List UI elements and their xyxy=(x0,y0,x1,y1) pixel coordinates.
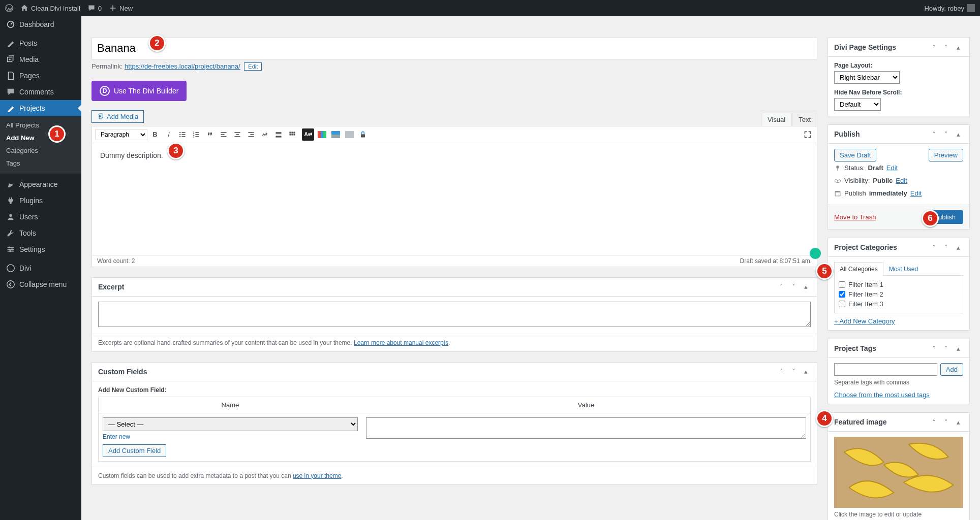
blockquote-button[interactable] xyxy=(204,128,216,141)
move-down-icon[interactable]: ˅ xyxy=(788,367,799,377)
sidebar-sub-all-projects[interactable]: All Projects xyxy=(0,119,81,132)
move-down-icon[interactable]: ˅ xyxy=(788,282,799,292)
tab-visual[interactable]: Visual xyxy=(761,113,792,126)
custom-fields-title: Custom Fields xyxy=(98,368,147,376)
site-name-link[interactable]: Clean Divi Install xyxy=(20,4,80,12)
move-up-icon[interactable]: ˄ xyxy=(929,42,939,52)
account-link[interactable]: Howdy, robey xyxy=(924,4,975,12)
toolbar-toggle-button[interactable] xyxy=(286,128,298,141)
insert-more-button[interactable] xyxy=(272,128,285,141)
edit-publish-date-link[interactable]: Edit xyxy=(910,189,922,197)
sidebar-item-divi[interactable]: Divi xyxy=(0,260,81,276)
align-center-button[interactable] xyxy=(231,128,243,141)
category-item[interactable]: Filter Item 3 xyxy=(839,299,959,309)
move-down-icon[interactable]: ˅ xyxy=(941,343,951,353)
color-swatch-3[interactable] xyxy=(343,128,355,141)
sidebar-item-comments[interactable]: Comments xyxy=(0,84,81,100)
align-left-button[interactable] xyxy=(218,128,230,141)
move-up-icon[interactable]: ˄ xyxy=(776,282,786,292)
fullscreen-button[interactable] xyxy=(802,128,814,141)
cf-hint-link[interactable]: use in your theme xyxy=(293,472,341,479)
hide-nav-select[interactable]: Default xyxy=(834,98,881,111)
wp-logo[interactable] xyxy=(5,4,13,12)
sidebar-collapse[interactable]: Collapse menu xyxy=(0,276,81,292)
sidebar-item-plugins[interactable]: Plugins xyxy=(0,192,81,209)
move-up-icon[interactable]: ˄ xyxy=(929,417,939,427)
toggle-icon[interactable]: ▴ xyxy=(953,129,963,139)
color-swatch-2[interactable] xyxy=(329,128,342,141)
sidebar-item-settings[interactable]: Settings xyxy=(0,241,81,257)
excerpt-learn-more-link[interactable]: Learn more about manual excerpts xyxy=(354,339,448,346)
sidebar-sub-add-new[interactable]: Add New xyxy=(0,132,81,144)
permalink-url[interactable]: https://de-freebies.local/project/banana… xyxy=(125,62,240,70)
move-up-icon[interactable]: ˄ xyxy=(929,129,939,139)
move-up-icon[interactable]: ˄ xyxy=(776,367,786,377)
sidebar-item-projects[interactable]: Projects xyxy=(0,100,81,116)
sidebar-item-dashboard[interactable]: Dashboard xyxy=(0,16,81,32)
cf-add-button[interactable]: Add Custom Field xyxy=(103,444,166,457)
toggle-icon[interactable]: ▴ xyxy=(801,282,811,292)
move-to-trash-link[interactable]: Move to Trash xyxy=(834,213,876,221)
edit-visibility-link[interactable]: Edit xyxy=(896,177,907,184)
move-up-icon[interactable]: ˄ xyxy=(929,343,939,353)
tab-most-used[interactable]: Most Used xyxy=(883,262,924,276)
edit-slug-button[interactable]: Edit xyxy=(244,62,262,71)
sidebar-sub-categories[interactable]: Categories xyxy=(0,144,81,157)
featured-image-thumbnail[interactable] xyxy=(834,437,963,508)
tab-text[interactable]: Text xyxy=(792,113,817,126)
excerpt-textarea[interactable] xyxy=(98,302,811,327)
move-down-icon[interactable]: ˅ xyxy=(941,129,951,139)
cf-name-select[interactable]: — Select — xyxy=(103,417,358,431)
publish-box: Publish ˄˅▴ Save Draft Preview Status: D… xyxy=(828,124,970,230)
editor-content-area[interactable]: Dummy description. 3 xyxy=(92,143,817,255)
add-tag-button[interactable]: Add xyxy=(940,363,963,376)
sidebar-item-media[interactable]: Media xyxy=(0,51,81,68)
toggle-icon[interactable]: ▴ xyxy=(801,367,811,377)
lock-button[interactable] xyxy=(357,128,369,141)
link-button[interactable] xyxy=(259,128,271,141)
color-swatch-1[interactable] xyxy=(316,128,328,141)
contrast-button[interactable]: A⇄ xyxy=(302,128,314,141)
cf-value-textarea[interactable] xyxy=(366,417,806,439)
svg-rect-43 xyxy=(361,134,365,137)
preview-button[interactable]: Preview xyxy=(929,149,963,161)
sidebar-item-tools[interactable]: Tools xyxy=(0,225,81,241)
category-item[interactable]: Filter Item 1 xyxy=(839,280,959,289)
bold-button[interactable]: B xyxy=(149,128,161,141)
toggle-icon[interactable]: ▴ xyxy=(953,242,963,252)
align-right-button[interactable] xyxy=(245,128,257,141)
divi-builder-button[interactable]: D Use The Divi Builder xyxy=(91,81,187,101)
move-up-icon[interactable]: ˄ xyxy=(929,242,939,252)
page-layout-select[interactable]: Right Sidebar xyxy=(834,71,900,84)
category-checkbox[interactable] xyxy=(839,281,845,288)
sidebar-item-appearance[interactable]: Appearance xyxy=(0,176,81,192)
edit-status-link[interactable]: Edit xyxy=(886,164,898,172)
toggle-icon[interactable]: ▴ xyxy=(953,417,963,427)
italic-button[interactable]: I xyxy=(163,128,175,141)
move-down-icon[interactable]: ˅ xyxy=(941,42,951,52)
bullet-list-button[interactable] xyxy=(176,128,189,141)
sidebar-item-pages[interactable]: Pages xyxy=(0,68,81,84)
comments-link[interactable]: 0 xyxy=(87,4,102,12)
move-down-icon[interactable]: ˅ xyxy=(941,242,951,252)
cf-enter-new-link[interactable]: Enter new xyxy=(103,433,130,440)
block-format-select[interactable]: Paragraph xyxy=(95,129,147,140)
sidebar-sub-tags[interactable]: Tags xyxy=(0,157,81,170)
toggle-icon[interactable]: ▴ xyxy=(953,42,963,52)
tab-all-categories[interactable]: All Categories xyxy=(834,262,883,276)
category-item[interactable]: Filter Item 2 xyxy=(839,289,959,299)
toggle-icon[interactable]: ▴ xyxy=(953,343,963,353)
category-checkbox[interactable] xyxy=(839,301,845,307)
add-media-button[interactable]: Add Media xyxy=(91,110,144,123)
add-new-category-link[interactable]: + Add New Category xyxy=(834,317,895,325)
save-draft-button[interactable]: Save Draft xyxy=(834,149,876,161)
new-content-link[interactable]: New xyxy=(109,4,133,12)
post-title-input[interactable] xyxy=(91,38,817,59)
numbered-list-button[interactable]: 123 xyxy=(190,128,202,141)
sidebar-item-users[interactable]: Users xyxy=(0,209,81,225)
choose-tags-link[interactable]: Choose from the most used tags xyxy=(834,391,930,399)
tags-input[interactable] xyxy=(834,363,937,376)
sidebar-item-posts[interactable]: Posts xyxy=(0,35,81,51)
category-checkbox[interactable] xyxy=(839,291,845,298)
move-down-icon[interactable]: ˅ xyxy=(941,417,951,427)
